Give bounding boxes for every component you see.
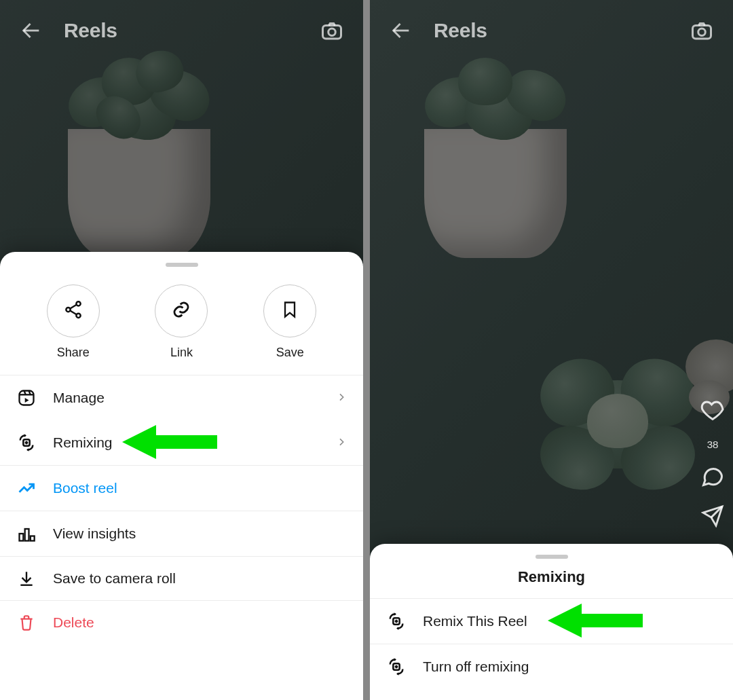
- action-sheet: Share Link Save: [0, 252, 363, 700]
- svg-point-5: [76, 314, 80, 318]
- svg-point-3: [76, 301, 80, 306]
- remixing-row[interactable]: Remixing: [0, 420, 363, 465]
- share-icon: [63, 299, 83, 323]
- trash-icon: [16, 614, 37, 631]
- reels-icon: [16, 388, 37, 407]
- page-title: Reels: [434, 19, 669, 42]
- manage-label: Manage: [53, 390, 320, 406]
- sheet-title: Remixing: [370, 564, 733, 598]
- svg-rect-19: [31, 536, 35, 541]
- link-label: Link: [170, 346, 193, 360]
- heart-icon[interactable]: [700, 398, 725, 425]
- insights-label: View insights: [53, 526, 347, 542]
- bookmark-icon: [280, 300, 299, 322]
- trend-up-icon: [16, 479, 37, 498]
- svg-point-2: [328, 29, 336, 36]
- right-screenshot: Reels 38 Remixing: [370, 0, 733, 700]
- back-icon[interactable]: [16, 16, 46, 45]
- page-title: Reels: [64, 19, 299, 42]
- svg-rect-1: [323, 26, 341, 39]
- manage-row[interactable]: Manage: [0, 375, 363, 420]
- save-button[interactable]: Save: [263, 284, 316, 360]
- share-button[interactable]: Share: [47, 284, 100, 360]
- save-label: Save: [276, 346, 304, 360]
- boost-reel-row[interactable]: Boost reel: [0, 466, 363, 511]
- back-icon[interactable]: [386, 16, 416, 45]
- save-roll-label: Save to camera roll: [53, 570, 347, 587]
- left-screenshot: Reels Share: [0, 0, 363, 700]
- drag-handle[interactable]: [535, 555, 568, 559]
- save-camera-roll-row[interactable]: Save to camera roll: [0, 557, 363, 600]
- camera-icon[interactable]: [317, 16, 347, 45]
- svg-line-6: [70, 305, 77, 309]
- drag-handle[interactable]: [166, 263, 198, 267]
- svg-point-4: [66, 308, 70, 312]
- remix-icon: [386, 612, 407, 631]
- boost-label: Boost reel: [53, 480, 347, 496]
- remix-this-label: Remix This Reel: [423, 613, 717, 629]
- svg-point-24: [698, 29, 706, 36]
- link-icon: [171, 299, 191, 323]
- bar-chart-icon: [16, 524, 37, 543]
- turn-off-remixing-row[interactable]: Turn off remixing: [370, 644, 733, 689]
- delete-row[interactable]: Delete: [0, 601, 363, 644]
- engagement-sidebar: 38: [700, 398, 725, 530]
- like-count: 38: [707, 439, 719, 450]
- topbar: Reels: [370, 0, 733, 61]
- chevron-right-icon: [336, 435, 347, 451]
- view-insights-row[interactable]: View insights: [0, 511, 363, 556]
- send-icon[interactable]: [701, 504, 724, 530]
- download-icon: [16, 570, 37, 587]
- comment-icon[interactable]: [700, 464, 725, 491]
- svg-rect-23: [693, 26, 711, 39]
- share-label: Share: [57, 346, 90, 360]
- remix-sheet: Remixing Remix This Reel Turn off remixi…: [370, 544, 733, 700]
- svg-rect-17: [20, 534, 24, 541]
- delete-label: Delete: [53, 614, 347, 631]
- camera-icon[interactable]: [687, 16, 717, 45]
- svg-line-7: [70, 311, 77, 315]
- remix-icon: [16, 433, 37, 452]
- svg-rect-8: [20, 391, 34, 405]
- svg-rect-18: [25, 529, 29, 541]
- chevron-right-icon: [336, 390, 347, 406]
- turn-off-label: Turn off remixing: [423, 659, 717, 675]
- topbar: Reels: [0, 0, 363, 61]
- remix-this-reel-row[interactable]: Remix This Reel: [370, 599, 733, 644]
- remix-icon: [386, 657, 407, 676]
- remixing-label: Remixing: [53, 435, 320, 451]
- link-button[interactable]: Link: [155, 284, 208, 360]
- quick-actions-row: Share Link Save: [0, 272, 363, 375]
